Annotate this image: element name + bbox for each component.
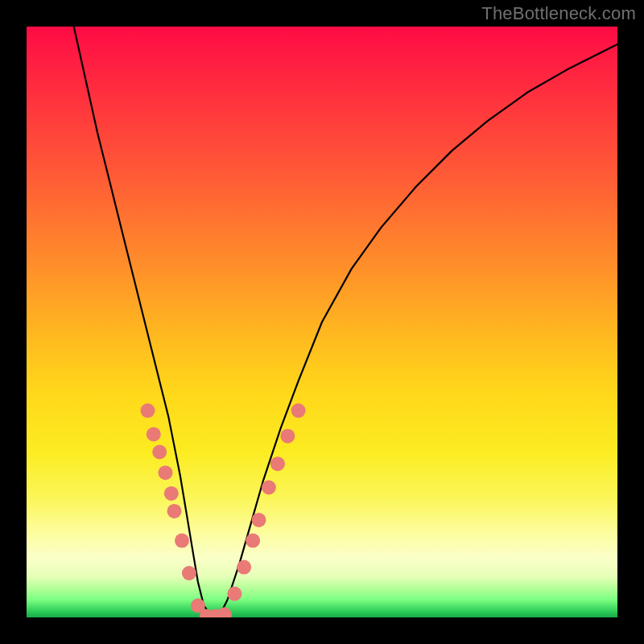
data-point — [152, 445, 167, 460]
plot-area — [27, 27, 617, 617]
data-point — [262, 481, 276, 495]
data-point — [217, 607, 232, 617]
data-point — [280, 429, 295, 444]
watermark-text: TheBottleneck.com — [481, 3, 636, 24]
data-point — [164, 486, 179, 501]
data-point — [141, 403, 155, 418]
chart-frame: TheBottleneck.com — [0, 0, 644, 644]
data-point — [270, 456, 285, 471]
data-point — [147, 427, 161, 442]
bottleneck-curve — [74, 27, 617, 617]
data-point — [175, 534, 189, 548]
data-point — [159, 465, 173, 480]
chart-svg — [27, 27, 617, 617]
data-point — [237, 560, 251, 575]
data-point — [167, 504, 182, 518]
data-point — [291, 403, 306, 418]
data-point — [252, 513, 266, 527]
data-point — [227, 587, 242, 601]
data-point — [246, 534, 260, 548]
data-point — [182, 566, 196, 580]
marker-group — [141, 403, 306, 617]
